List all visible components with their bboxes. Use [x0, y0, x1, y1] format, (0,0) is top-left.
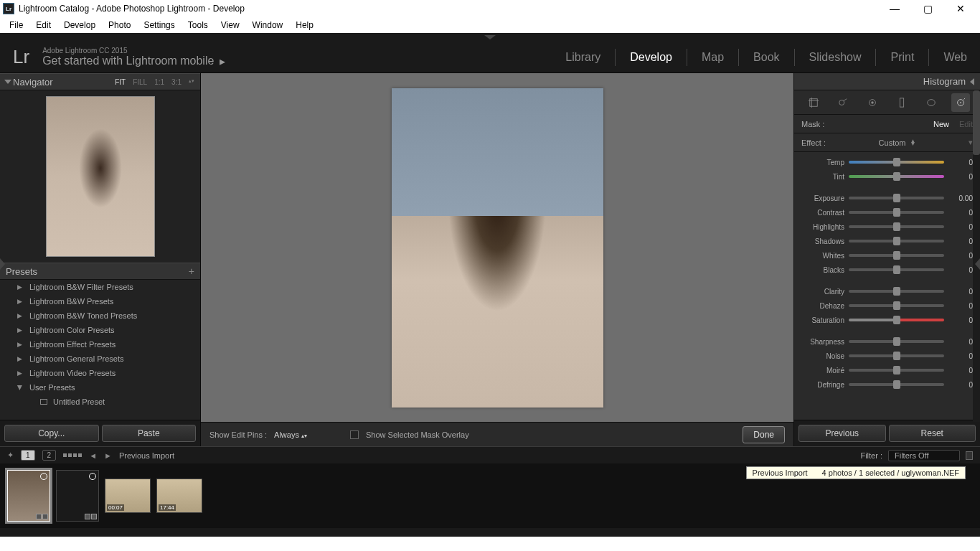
slider-saturation[interactable]: Saturation0	[801, 313, 973, 327]
paste-button[interactable]: Paste	[102, 425, 197, 442]
redeye-icon[interactable]	[863, 93, 882, 112]
preset-folder[interactable]: ▶Lightroom Effect Presets	[0, 337, 200, 352]
filmstrip-thumb[interactable]	[7, 470, 50, 522]
zoom-3-1[interactable]: 3:1	[171, 78, 182, 86]
filmstrip-thumb[interactable]: 17:44	[156, 479, 202, 513]
arrow-icon: ▶	[17, 341, 22, 348]
reset-button[interactable]: Reset	[889, 425, 976, 442]
module-slideshow[interactable]: Slideshow	[795, 49, 877, 66]
copy-paste-bar: Copy... Paste	[0, 420, 200, 446]
screen-2[interactable]: 2	[42, 450, 57, 461]
overlay-checkbox[interactable]	[350, 430, 359, 439]
slider-exposure[interactable]: Exposure0.00	[801, 191, 973, 205]
copy-button[interactable]: Copy...	[4, 425, 99, 442]
menu-help[interactable]: Help	[289, 17, 320, 33]
footer-spacer	[0, 537, 980, 551]
preset-folder[interactable]: ▶User Presets	[0, 380, 200, 395]
left-panel-toggle[interactable]	[0, 258, 5, 270]
filter-dropdown[interactable]: Filters Off	[888, 450, 960, 461]
menu-settings[interactable]: Settings	[137, 17, 181, 33]
zoom-stepper-icon[interactable]: ▴▾	[189, 78, 194, 86]
filter-lock-icon[interactable]	[966, 451, 973, 460]
menu-window[interactable]: Window	[246, 17, 290, 33]
menu-file[interactable]: File	[3, 17, 29, 33]
navigator-header[interactable]: Navigator FITFILL1:13:1▴▾	[0, 73, 200, 90]
svg-point-7	[928, 99, 936, 105]
nav-fwd-icon[interactable]: ►	[104, 451, 112, 460]
slider-noise[interactable]: Noise0	[801, 349, 973, 363]
maximize-button[interactable]: ▢	[911, 0, 944, 17]
slider-temp[interactable]: Temp0	[801, 155, 973, 169]
brush-icon[interactable]	[951, 93, 970, 112]
zoom-fill[interactable]: FILL	[133, 78, 147, 86]
minimize-button[interactable]: —	[878, 0, 911, 17]
menu-tools[interactable]: Tools	[182, 17, 215, 33]
disclosure-icon	[970, 78, 974, 85]
toolbar: Show Edit Pins : Always ▴▾ Show Selected…	[201, 422, 793, 446]
slider-blacks[interactable]: Blacks0	[801, 263, 973, 277]
edit-pins-dropdown[interactable]: Always ▴▾	[274, 430, 307, 439]
module-library[interactable]: Library	[551, 49, 616, 66]
radial-icon[interactable]	[922, 93, 941, 112]
zoom-fit[interactable]: FIT	[115, 78, 126, 86]
spot-icon[interactable]	[834, 93, 852, 112]
filmstrip[interactable]: Previous Import 4 photos / 1 selected / …	[0, 463, 980, 528]
slider-shadows[interactable]: Shadows0	[801, 234, 973, 248]
preset-folder[interactable]: ▶Lightroom B&W Filter Presets	[0, 280, 200, 294]
crop-icon[interactable]	[804, 93, 823, 112]
menu-view[interactable]: View	[215, 17, 246, 33]
mask-new[interactable]: New	[933, 120, 949, 128]
add-preset-icon[interactable]: +	[189, 265, 194, 277]
close-button[interactable]: ✕	[944, 0, 977, 17]
source-path[interactable]: Previous Import	[119, 451, 174, 460]
nav-back-icon[interactable]: ◄	[89, 451, 97, 460]
module-web[interactable]: Web	[929, 49, 967, 66]
filmstrip-thumb[interactable]	[56, 470, 99, 522]
slider-tint[interactable]: Tint0	[801, 169, 973, 184]
screen-1[interactable]: 1	[21, 450, 35, 461]
navigator-preview[interactable]	[0, 90, 200, 263]
filmstrip-thumb[interactable]: 00:07	[105, 479, 151, 513]
slider-moiré[interactable]: Moiré0	[801, 363, 973, 377]
slider-dehaze[interactable]: Dehaze0	[801, 298, 973, 313]
scrollbar[interactable]	[973, 90, 980, 422]
slider-whites[interactable]: Whites0	[801, 248, 973, 263]
gradient-icon[interactable]	[892, 93, 911, 112]
grid-icon[interactable]	[63, 453, 82, 457]
slider-sharpness[interactable]: Sharpness0	[801, 334, 973, 349]
preset-item[interactable]: Untitled Preset	[0, 395, 200, 409]
preset-folder[interactable]: ▶Lightroom B&W Toned Presets	[0, 309, 200, 323]
top-panel-toggle[interactable]	[0, 33, 980, 42]
arrow-icon: ▶	[17, 369, 22, 377]
module-print[interactable]: Print	[876, 49, 929, 66]
preset-folder[interactable]: ▶Lightroom B&W Presets	[0, 294, 200, 309]
zoom-1-1[interactable]: 1:1	[154, 78, 164, 86]
effect-row[interactable]: Effect : Custom ▲▼ ▾	[794, 133, 980, 152]
flag-icon	[40, 473, 47, 480]
slider-defringe[interactable]: Defringe0	[801, 377, 973, 392]
done-button[interactable]: Done	[743, 426, 785, 443]
menu-edit[interactable]: Edit	[29, 17, 57, 33]
duration-label: 00:07	[107, 504, 124, 511]
preset-folder[interactable]: ▶Lightroom Color Presets	[0, 323, 200, 337]
module-develop[interactable]: Develop	[616, 49, 687, 66]
right-panel-toggle[interactable]	[975, 258, 980, 270]
slider-contrast[interactable]: Contrast0	[801, 205, 973, 220]
histogram-header[interactable]: Histogram	[794, 73, 980, 90]
module-book[interactable]: Book	[739, 49, 794, 66]
menu-photo[interactable]: Photo	[102, 17, 137, 33]
module-map[interactable]: Map	[687, 49, 739, 66]
preset-folder[interactable]: ▶Lightroom Video Presets	[0, 366, 200, 380]
image-viewport[interactable]	[201, 73, 793, 422]
effect-label: Effect :	[801, 138, 826, 147]
painter-icon[interactable]: ✦	[7, 451, 14, 460]
edit-pins-label: Show Edit Pins :	[209, 430, 267, 439]
preset-folder[interactable]: ▶Lightroom General Presets	[0, 352, 200, 366]
bottom-panel-toggle[interactable]	[0, 528, 980, 537]
previous-button[interactable]: Previous	[798, 425, 886, 442]
menu-develop[interactable]: Develop	[57, 17, 102, 33]
presets-header[interactable]: Presets +	[0, 263, 200, 280]
mobile-cta[interactable]: Get started with Lightroom mobile ▸	[42, 55, 225, 68]
slider-clarity[interactable]: Clarity0	[801, 284, 973, 298]
slider-highlights[interactable]: Highlights0	[801, 220, 973, 234]
